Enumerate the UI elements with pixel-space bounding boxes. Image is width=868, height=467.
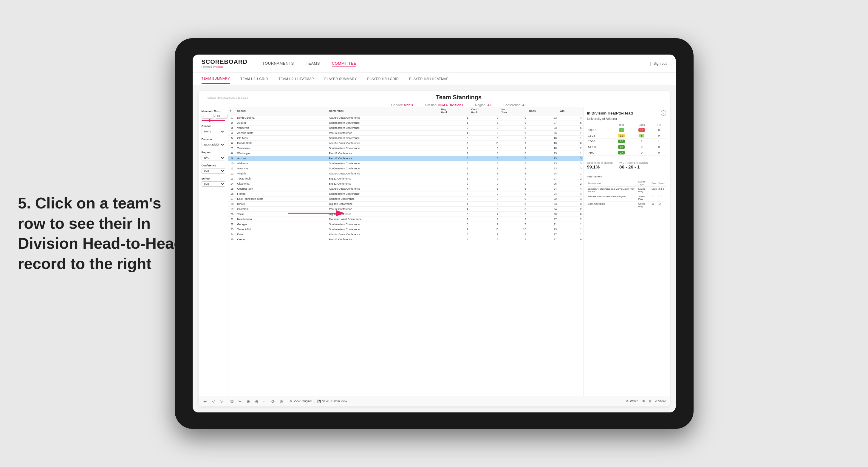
cell-reg-rank: 5 (439, 156, 470, 161)
zoom-out-button[interactable]: ⊖ (254, 398, 260, 404)
nav-tournaments[interactable]: TOURNAMENTS (262, 60, 294, 67)
cell-conference: Atlantic Coast Conference (328, 141, 439, 146)
cell-rank: 23 (228, 227, 236, 232)
cell-school: Tennessee (236, 146, 328, 151)
table-row[interactable]: 14 Oklahoma Big 12 Conference 2 9 9 26 2 (228, 181, 583, 186)
h2h-row-26-50[interactable]: 26-50 25 2 1 (587, 139, 666, 144)
region-select[interactable]: N/A (202, 155, 225, 160)
cut-button[interactable]: ✂ (237, 398, 243, 404)
subnav-player-summary[interactable]: PLAYER SUMMARY (324, 74, 357, 84)
table-row[interactable]: 10 Alabama Southeastern Conference 5 8 8… (228, 161, 583, 166)
table-row[interactable]: 23 Texas A&M Southeastern Conference 9 1… (228, 227, 583, 232)
col-reg-rank: RegRank (439, 107, 470, 116)
cell-school: Vanderbilt (236, 126, 328, 131)
division-select[interactable]: NCAA Division I (202, 142, 225, 147)
cell-school: Florida State (236, 141, 328, 146)
tablet-screen: SCOREBOARD Powered by clippd TOURNAMENTS… (193, 55, 676, 412)
table-row[interactable]: 17 East Tennessee State Southern Confere… (228, 196, 583, 201)
subnav-team-h2h-heatmap[interactable]: TEAM H2H HEATMAP (279, 74, 314, 84)
cell-no-tour: 9 (500, 136, 528, 141)
cell-rank: 18 (228, 201, 236, 207)
subnav-player-h2h-grid[interactable]: PLAYER H2H GRID (367, 74, 399, 84)
focus-button[interactable]: ⊙ (279, 398, 284, 404)
subnav-team-h2h-grid[interactable]: TEAM H2H GRID (240, 74, 268, 84)
update-time: Update time: 27/03/2024 15:56:26 (203, 94, 253, 100)
share-button[interactable]: ↗ Share (654, 400, 666, 403)
save-custom-button[interactable]: 💾 Save Custom View (317, 400, 347, 403)
h2h-col-win: Win (611, 123, 631, 127)
save-custom-label: Save Custom View (322, 400, 347, 403)
table-row[interactable]: 16 Florida Southeastern Conference 7 9 9… (228, 191, 583, 196)
cell-conf-rank: 9 (470, 131, 500, 136)
h2h-close-button[interactable]: ✕ (661, 110, 666, 116)
school-select[interactable]: (All) (202, 181, 225, 187)
table-row[interactable]: 9 Arizona Pac-12 Conference 5 8 8 23 3 (228, 156, 583, 161)
more-button[interactable]: ··· (262, 398, 268, 404)
table-row[interactable]: 11 Arkansas Southeastern Conference 6 8 … (228, 166, 583, 171)
cell-conference: Pac-12 Conference (328, 131, 439, 136)
tournament-row[interactable]: Cabo Collegiate Stroke Play 11 17 (587, 201, 666, 209)
table-row[interactable]: 12 Virginia Atlantic Coast Conference 3 … (228, 171, 583, 176)
nav-committee[interactable]: COMMITTEE (332, 60, 356, 67)
table-row[interactable]: 25 Oregon Pac-12 Conference 5 7 7 21 0 (228, 237, 583, 242)
table-row[interactable]: 21 New Mexico Mountain West Conference 1… (228, 217, 583, 222)
col-no-tour: NoTour (500, 107, 528, 116)
table-row[interactable]: 6 Florida State Atlantic Coast Conferenc… (228, 141, 583, 146)
subnav-player-h2h-heatmap[interactable]: PLAYER H2H HEATMAP (409, 74, 448, 84)
h2h-row-11-25[interactable]: 11-25 11 8 0 (587, 133, 666, 139)
cell-rnds: 27 (527, 176, 558, 181)
conference-select[interactable]: (All) (202, 168, 225, 174)
watch-button[interactable]: 👁 Watch (626, 400, 639, 403)
table-row[interactable]: 4 Arizona State Pac-12 Conference 4 9 9 … (228, 131, 583, 136)
col-school: School (236, 107, 328, 116)
sign-out-button[interactable]: Sign out (653, 61, 666, 66)
display-button[interactable]: 🖥 (642, 400, 645, 403)
table-row[interactable]: 20 Texas Big 12 Conference 3 7 7 20 0 (228, 212, 583, 217)
subnav-team-summary[interactable]: TEAM SUMMARY (202, 74, 230, 84)
table-row[interactable]: 3 Vanderbilt Southeastern Conference 2 8… (228, 126, 583, 131)
h2h-col-range (587, 123, 612, 127)
table-row[interactable]: 5 Ole Miss Southeastern Conference 3 6 9… (228, 136, 583, 141)
cell-reg-rank: 5 (439, 232, 470, 237)
tournament-row[interactable]: Arizona Thunderbirds Intercollegiate Str… (587, 194, 666, 201)
cell-reg-rank: 7 (439, 191, 470, 196)
min-rounds-max-input[interactable] (216, 114, 227, 119)
h2h-tie-51-100: 0 (652, 144, 666, 150)
copy-button[interactable]: ⧉ (229, 398, 235, 404)
table-area: # School Conference RegRank ConfRank NoT… (228, 107, 583, 396)
cell-school: Auburn (236, 121, 328, 126)
forward-button[interactable]: ▷ (219, 398, 224, 404)
h2h-row-51-100[interactable]: 51-100 20 3 0 (587, 144, 666, 150)
back-button[interactable]: ◁ (211, 398, 216, 404)
h2h-row-gt100[interactable]: >100 27 0 0 (587, 150, 666, 156)
division-filter-label: Division (202, 138, 225, 141)
table-row[interactable]: 2 Auburn Southeastern Conference 1 1 9 2… (228, 121, 583, 126)
h2h-tie-top10: 0 (652, 127, 666, 133)
cell-no-tour: 8 (500, 186, 528, 191)
cell-conference: Big 12 Conference (328, 181, 439, 186)
gender-select[interactable]: Men's (202, 129, 225, 134)
table-row[interactable]: 18 Illinois Big Ten Conference 1 9 9 23 … (228, 201, 583, 207)
table-row[interactable]: 13 Texas Tech Big 12 Conference 1 9 9 27… (228, 176, 583, 181)
table-row[interactable]: 19 California Pac-12 Conference 4 8 8 24… (228, 207, 583, 212)
h2h-row-top10[interactable]: Top 10 3 13 0 (587, 127, 666, 133)
zoom-in-button[interactable]: ⊕ (245, 398, 251, 404)
nav-teams[interactable]: TEAMS (306, 60, 320, 67)
nav-links: TOURNAMENTS TEAMS COMMITTEE (262, 60, 650, 67)
grid-button[interactable]: ⊞ (649, 400, 651, 403)
tournament-row[interactable]: Jackson T. Stephens Cup Men's Match-Play… (587, 187, 666, 194)
table-row[interactable]: 15 Georgia Tech Atlantic Coast Conferenc… (228, 186, 583, 191)
table-row[interactable]: 8 Washington Pac-12 Conference 2 8 8 23 … (228, 151, 583, 156)
table-row[interactable]: 1 North Carolina Atlantic Coast Conferen… (228, 116, 583, 121)
h2h-range-top10: Top 10 (587, 127, 612, 133)
view-original-button[interactable]: 👁 View: Original (289, 400, 312, 403)
table-row[interactable]: 7 Tennessee Southeastern Conference 4 6 … (228, 146, 583, 151)
cell-school: Alabama (236, 161, 328, 166)
table-row[interactable]: 24 Duke Atlantic Coast Conference 5 9 9 … (228, 232, 583, 237)
min-rounds-input[interactable] (202, 114, 214, 119)
opponents-value: 99.1% (587, 164, 614, 169)
cell-reg-rank: 2 (439, 141, 470, 146)
table-row[interactable]: 22 Georgia Southeastern Conference 8 7 7… (228, 222, 583, 227)
refresh-button[interactable]: ⟳ (270, 398, 276, 404)
undo-button[interactable]: ↩ (202, 398, 208, 404)
